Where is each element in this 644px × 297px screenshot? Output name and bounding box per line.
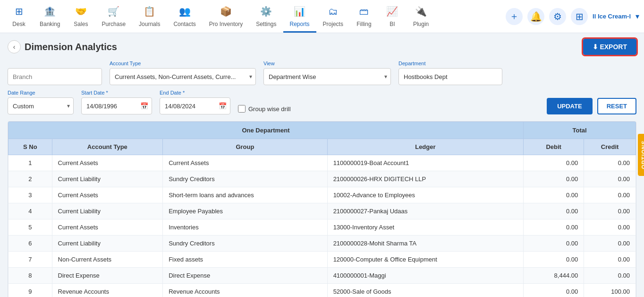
nav-item-filling[interactable]: 🗃Filling: [350, 0, 378, 33]
department-input[interactable]: [398, 68, 502, 85]
cell-group: Inventories: [163, 219, 328, 236]
nav-item-banking[interactable]: 🏦Banking: [33, 0, 67, 33]
cell-debit: 0.00: [524, 284, 584, 297]
company-dropdown-icon[interactable]: ▾: [636, 12, 639, 21]
nav-item-desk[interactable]: ⊞Desk: [5, 0, 33, 33]
date-range-select[interactable]: Custom: [8, 97, 74, 114]
cell-credit: 0.00: [584, 236, 636, 252]
projects-icon: 🗂: [325, 4, 340, 19]
cell-ledger: 2100000028-Mohit Sharma TA: [327, 236, 523, 252]
cell-sno: 3: [8, 187, 52, 203]
main-content: ‹ Dimension Analytics ⬇ EXPORT Account T…: [0, 33, 644, 297]
nav-label-sales: Sales: [74, 21, 88, 27]
page-header: ‹ Dimension Analytics ⬇ EXPORT: [8, 39, 636, 55]
table-row: 5 Current Assets Inventories 13000-Inven…: [8, 219, 636, 236]
view-filter-group: View Department Wise ▾: [263, 61, 391, 85]
nav-label-filling: Filling: [356, 21, 371, 27]
add-button[interactable]: ＋: [506, 8, 523, 25]
cell-debit: 0.00: [524, 203, 584, 219]
settings-icon: ⚙️: [259, 4, 274, 19]
col-header-s-no: S No: [8, 139, 52, 155]
date-range-filter-group: Date Range Custom ▾: [8, 90, 74, 114]
nav-right-controls: ＋ 🔔 ⚙ ⊞ Il Ice Cream-l ▾: [506, 8, 639, 25]
department-label: Department: [398, 61, 502, 66]
cell-debit: 0.00: [524, 219, 584, 236]
cell-account-type: Direct Expense: [52, 268, 163, 284]
nav-label-projects: Projects: [323, 21, 343, 27]
cell-sno: 2: [8, 171, 52, 187]
cell-debit: 8,444.00: [524, 268, 584, 284]
nav-item-contacts[interactable]: 👥Contacts: [167, 0, 202, 33]
settings-button[interactable]: ⚙: [549, 8, 566, 25]
view-select[interactable]: Department Wise: [263, 68, 391, 85]
nav-item-sales[interactable]: 🤝Sales: [67, 0, 95, 33]
table-row: 6 Current Liability Sundry Creditors 210…: [8, 236, 636, 252]
end-date-input[interactable]: [160, 97, 230, 114]
branch-filter-group: [8, 68, 102, 85]
notifications-button[interactable]: 🔔: [527, 8, 544, 25]
reset-button[interactable]: RESET: [597, 98, 636, 114]
company-name[interactable]: Il Ice Cream-l: [593, 13, 631, 20]
cell-debit: 0.00: [524, 155, 584, 171]
nav-label-banking: Banking: [40, 21, 60, 27]
nav-item-purchase[interactable]: 🛒Purchase: [95, 0, 132, 33]
cell-ledger: 10002-Advance to Employees: [327, 187, 523, 203]
banking-icon: 🏦: [42, 4, 58, 19]
cell-group: Employee Payables: [163, 203, 328, 219]
dimension-analytics-table: One Department Total S NoAccount TypeGro…: [8, 121, 636, 297]
start-date-label: Start Date *: [81, 90, 152, 96]
table-row: 2 Current Liability Sundry Creditors 210…: [8, 171, 636, 187]
nav-item-projects[interactable]: 🗂Projects: [316, 0, 350, 33]
cell-account-type: Current Liability: [52, 203, 163, 219]
account-type-label: Account Type: [110, 61, 256, 66]
start-date-input[interactable]: [81, 97, 152, 114]
top-navigation: ⊞Desk🏦Banking🤝Sales🛒Purchase📋Journals👥Co…: [0, 0, 644, 33]
table-row: 9 Revenue Accounts Revenue Accounts 5200…: [8, 284, 636, 297]
cell-group: Sundry Creditors: [163, 236, 328, 252]
contacts-icon: 👥: [177, 4, 192, 19]
nav-item-bi[interactable]: 📈BI: [378, 0, 407, 33]
cell-account-type: Current Assets: [52, 155, 163, 171]
nav-item-plugin[interactable]: 🔌Plugin: [407, 0, 435, 33]
nav-item-journals[interactable]: 📋Journals: [132, 0, 167, 33]
cell-ledger: 13000-Inventory Asset: [327, 219, 523, 236]
cell-debit: 0.00: [524, 187, 584, 203]
cell-sno: 4: [8, 203, 52, 219]
department-filter-group: Department: [398, 61, 502, 85]
grid-button[interactable]: ⊞: [571, 8, 588, 25]
nav-items: ⊞Desk🏦Banking🤝Sales🛒Purchase📋Journals👥Co…: [5, 0, 506, 33]
nav-item-pro-inventory[interactable]: 📦Pro Inventory: [203, 0, 249, 33]
cell-ledger: 2100000027-Pankaj Udaas: [327, 203, 523, 219]
options-tab[interactable]: OPTIONS: [638, 133, 644, 175]
view-select-wrapper: Department Wise ▾: [263, 68, 391, 85]
nav-label-contacts: Contacts: [173, 21, 195, 27]
group-wise-drill-group: Group wise drill: [238, 105, 291, 113]
back-button[interactable]: ‹: [8, 40, 21, 53]
nav-label-desk: Desk: [12, 21, 25, 27]
filters-row-2: Date Range Custom ▾ Start Date * 📅 End D…: [8, 90, 636, 114]
cell-credit: 0.00: [584, 268, 636, 284]
table-row: 3 Current Assets Short-term loans and ad…: [8, 187, 636, 203]
cell-group: Current Assets: [163, 155, 328, 171]
account-type-select[interactable]: Current Assets, Non-Current Assets, Curr…: [110, 68, 256, 85]
desk-icon: ⊞: [11, 4, 26, 19]
cell-group: Revenue Accounts: [163, 284, 328, 297]
nav-label-bi: BI: [390, 21, 395, 27]
view-label: View: [263, 61, 391, 66]
update-button[interactable]: UPDATE: [547, 98, 592, 114]
end-date-wrapper: 📅: [160, 97, 230, 114]
col-header-ledger: Ledger: [327, 139, 523, 155]
filling-icon: 🗃: [356, 4, 372, 19]
export-button[interactable]: ⬇ EXPORT: [583, 39, 636, 55]
cell-account-type: Current Liability: [52, 236, 163, 252]
table-row: 4 Current Liability Employee Payables 21…: [8, 203, 636, 219]
branch-input[interactable]: [8, 68, 102, 85]
cell-credit: 0.00: [584, 187, 636, 203]
end-date-label: End Date *: [160, 90, 230, 96]
group-wise-drill-checkbox[interactable]: [238, 105, 246, 113]
nav-label-journals: Journals: [139, 21, 160, 27]
nav-item-reports[interactable]: 📊Reports: [283, 0, 316, 33]
nav-item-settings[interactable]: ⚙️Settings: [249, 0, 283, 33]
table-column-header-row: S NoAccount TypeGroupLedgerDebitCredit: [8, 139, 636, 155]
cell-account-type: Current Assets: [52, 219, 163, 236]
